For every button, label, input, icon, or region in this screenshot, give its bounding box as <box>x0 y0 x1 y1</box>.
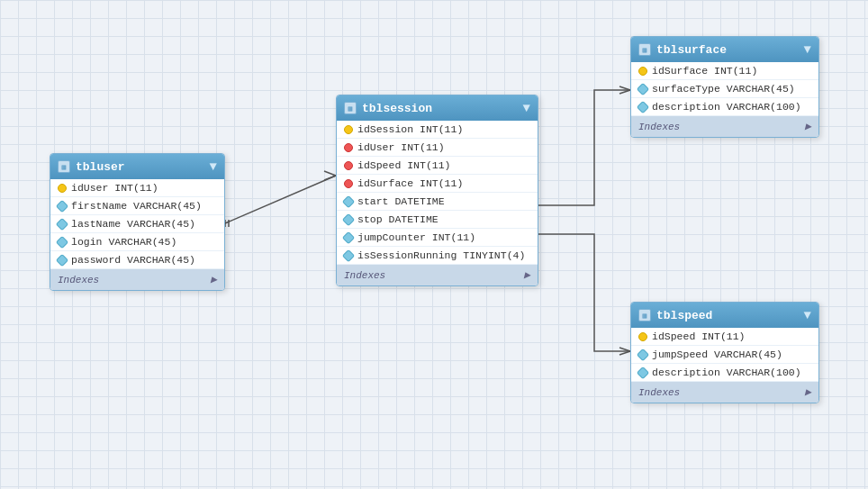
indexes-label: Indexes <box>638 122 680 132</box>
svg-line-9 <box>619 348 630 351</box>
table-row: surfaceType VARCHAR(45) <box>631 80 818 98</box>
field-text: firstName VARCHAR(45) <box>71 200 202 212</box>
field-text: login VARCHAR(45) <box>71 236 176 248</box>
table-tbluser-header: ▦ tbluser ▼ <box>50 154 224 179</box>
field-text: idSpeed INT(11) <box>357 159 451 171</box>
field-text: jumpSpeed VARCHAR(45) <box>652 349 782 360</box>
erd-canvas: ▦ tbluser ▼ idUser INT(11) firstName VAR… <box>0 0 868 489</box>
table-row: jumpCounter INT(11) <box>337 229 538 247</box>
table-row: description VARCHAR(100) <box>631 364 818 382</box>
diamond-icon <box>342 249 355 261</box>
table-tbluser[interactable]: ▦ tbluser ▼ idUser INT(11) firstName VAR… <box>50 153 225 291</box>
indexes-arrow: ▶ <box>805 120 811 133</box>
indexes-label: Indexes <box>344 270 385 281</box>
table-row: lastName VARCHAR(45) <box>50 215 224 233</box>
key-icon <box>344 125 353 134</box>
field-text: idSurface INT(11) <box>357 177 463 189</box>
table-tblsession[interactable]: ▦ tblsession ▼ idSession INT(11) idUser … <box>336 95 538 286</box>
table-tblspeed-indexes[interactable]: Indexes ▶ <box>631 382 818 403</box>
table-tblspeed[interactable]: ▦ tblspeed ▼ idSpeed INT(11) jumpSpeed V… <box>630 302 819 403</box>
diamond-icon <box>56 235 68 248</box>
diamond-icon <box>637 366 649 378</box>
diamond-icon <box>56 253 68 266</box>
table-row: login VARCHAR(45) <box>50 233 224 251</box>
table-row: stop DATETIME <box>337 211 538 229</box>
field-text: idSurface INT(11) <box>652 65 757 77</box>
diamond-icon <box>56 199 68 212</box>
indexes-label: Indexes <box>58 275 99 285</box>
table-tblsession-title: tblsession <box>362 102 432 115</box>
field-text: idSession INT(11) <box>357 123 463 135</box>
field-text: description VARCHAR(100) <box>652 367 801 378</box>
table-row: idSpeed INT(11) <box>631 328 818 346</box>
table-tbluser-arrow: ▼ <box>210 159 217 174</box>
field-text: surfaceType VARCHAR(45) <box>652 83 795 95</box>
table-tblspeed-arrow: ▼ <box>804 308 811 322</box>
table-icon: ▦ <box>638 43 651 56</box>
field-text: lastName VARCHAR(45) <box>71 218 195 230</box>
key-icon <box>638 332 647 341</box>
svg-line-0 <box>225 176 336 223</box>
field-text: stop DATETIME <box>357 213 439 225</box>
indexes-arrow: ▶ <box>805 385 811 399</box>
indexes-arrow: ▶ <box>524 268 530 282</box>
table-tbluser-body: idUser INT(11) firstName VARCHAR(45) las… <box>50 179 224 269</box>
diamond-icon <box>342 195 355 207</box>
diamond-icon <box>56 217 68 230</box>
table-tblsurface-title: tblsurface <box>656 43 727 57</box>
svg-line-5 <box>619 86 630 90</box>
table-row: start DATETIME <box>337 193 538 211</box>
svg-line-1 <box>324 171 336 176</box>
table-tblsession-header: ▦ tblsession ▼ <box>337 95 538 121</box>
table-icon: ▦ <box>58 160 70 173</box>
indexes-label: Indexes <box>638 387 680 398</box>
fk-icon <box>344 179 353 188</box>
fk-icon <box>344 161 353 170</box>
svg-line-2 <box>324 176 336 180</box>
table-row: password VARCHAR(45) <box>50 251 224 269</box>
table-icon: ▦ <box>344 102 357 114</box>
indexes-arrow: ▶ <box>211 273 217 286</box>
table-tblsurface-arrow: ▼ <box>804 42 811 57</box>
table-row: idSurface INT(11) <box>631 62 818 80</box>
fk-icon <box>344 143 353 152</box>
field-text: idSpeed INT(11) <box>652 331 746 342</box>
table-tbluser-title: tbluser <box>76 160 125 174</box>
table-tblsession-arrow: ▼ <box>523 101 530 115</box>
field-text: idUser INT(11) <box>71 182 158 194</box>
table-tblsurface-body: idSurface INT(11) surfaceType VARCHAR(45… <box>631 62 818 116</box>
table-tblspeed-body: idSpeed INT(11) jumpSpeed VARCHAR(45) de… <box>631 328 818 382</box>
diamond-icon <box>342 213 355 225</box>
table-row: idUser INT(11) <box>337 139 538 157</box>
table-tblspeed-header: ▦ tblspeed ▼ <box>631 303 818 328</box>
field-text: description VARCHAR(100) <box>652 101 801 113</box>
table-tblsession-indexes[interactable]: Indexes ▶ <box>337 265 538 285</box>
table-tblsurface-indexes[interactable]: Indexes ▶ <box>631 116 818 137</box>
table-row: idSession INT(11) <box>337 121 538 139</box>
field-text: password VARCHAR(45) <box>71 254 195 266</box>
table-row: idUser INT(11) <box>50 179 224 197</box>
table-tblsurface[interactable]: ▦ tblsurface ▼ idSurface INT(11) surface… <box>630 36 819 138</box>
table-row: isSessionRunning TINYINT(4) <box>337 247 538 265</box>
diamond-icon <box>342 231 355 243</box>
table-tblspeed-title: tblspeed <box>656 309 712 322</box>
field-text: start DATETIME <box>357 195 445 207</box>
table-tblsurface-header: ▦ tblsurface ▼ <box>631 37 818 62</box>
table-row: idSurface INT(11) <box>337 175 538 193</box>
table-row: idSpeed INT(11) <box>337 157 538 175</box>
svg-line-10 <box>619 351 630 355</box>
field-text: jumpCounter INT(11) <box>357 231 475 243</box>
field-text: isSessionRunning TINYINT(4) <box>357 249 525 261</box>
key-icon <box>58 184 67 193</box>
diamond-icon <box>637 348 649 360</box>
table-tbluser-indexes[interactable]: Indexes ▶ <box>50 269 224 290</box>
field-text: idUser INT(11) <box>357 141 445 153</box>
key-icon <box>638 67 647 76</box>
table-row: jumpSpeed VARCHAR(45) <box>631 346 818 364</box>
table-row: firstName VARCHAR(45) <box>50 197 224 215</box>
table-row: description VARCHAR(100) <box>631 98 818 116</box>
diamond-icon <box>637 100 649 113</box>
table-icon: ▦ <box>638 309 651 321</box>
table-tblsession-body: idSession INT(11) idUser INT(11) idSpeed… <box>337 121 538 265</box>
diamond-icon <box>637 82 649 95</box>
